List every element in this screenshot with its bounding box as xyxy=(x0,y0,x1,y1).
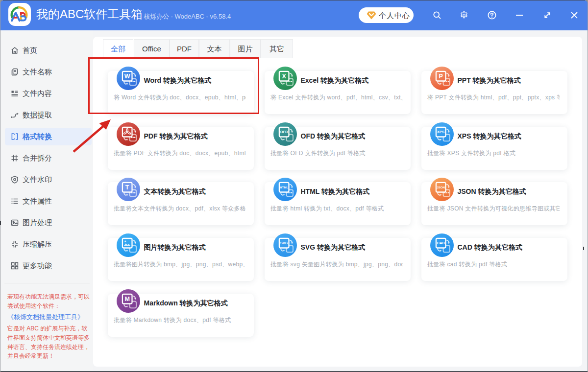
svg-text:SVG: SVG xyxy=(280,241,288,245)
svg-text:T: T xyxy=(125,184,129,191)
svg-text:JSON: JSON xyxy=(437,186,445,189)
svg-text:XPS: XPS xyxy=(437,130,444,134)
svg-text:HTML: HTML xyxy=(280,186,288,189)
svg-text:X: X xyxy=(282,73,286,80)
svg-text:OFD: OFD xyxy=(280,130,288,134)
svg-text:CAD: CAD xyxy=(437,241,445,245)
svg-text:P: P xyxy=(439,73,442,80)
svg-text:M: M xyxy=(124,296,129,302)
